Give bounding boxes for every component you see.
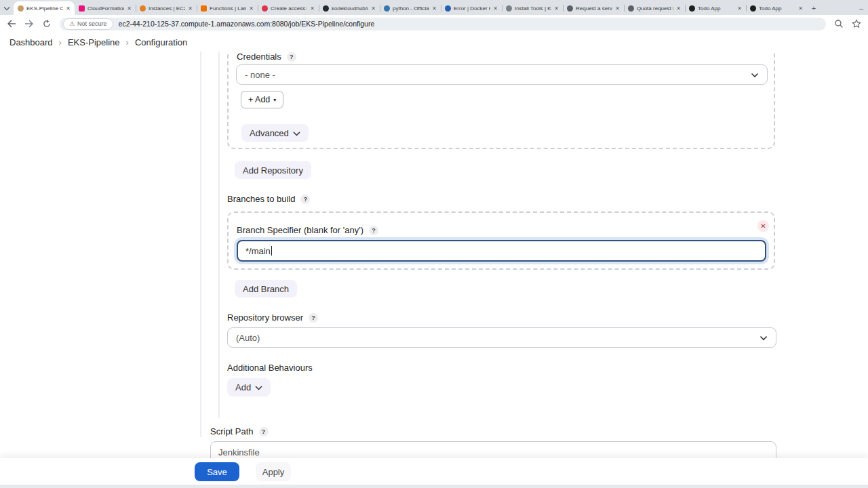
ec2-icon <box>140 5 146 12</box>
additional-behaviours-label: Additional Behaviours <box>227 363 313 373</box>
save-button[interactable]: Save <box>195 462 239 481</box>
branch-specifier-help-icon[interactable]: ? <box>369 226 378 235</box>
repository-browser-label: Repository browser <box>227 312 303 323</box>
aws-support-icon <box>567 5 573 12</box>
tab-close-icon[interactable]: ✕ <box>737 5 742 12</box>
url-bar[interactable]: ⚠ Not secure ec2-44-210-125-37.compute-1… <box>60 18 826 30</box>
tab-9[interactable]: Install Tools | Kuber ✕ <box>502 1 563 15</box>
tab-10[interactable]: Request a service q ✕ <box>563 1 624 15</box>
configuration-form: Credentials ? - none - + Add ▾ Advanced … <box>0 52 868 488</box>
reload-icon[interactable] <box>42 19 52 28</box>
tab-close-icon[interactable]: ✕ <box>493 5 498 12</box>
advanced-button[interactable]: Advanced <box>241 124 309 142</box>
script-path-label: Script Path <box>210 426 254 436</box>
tab-13[interactable]: Todo App ✕ <box>746 1 807 15</box>
credentials-label: Credentials <box>237 52 281 62</box>
zoom-icon[interactable] <box>834 19 844 28</box>
tab-3[interactable]: Instances | EC2 | us ✕ <box>136 1 197 15</box>
tab-1[interactable]: EKS-Pipeline Confi ✕ <box>14 1 75 15</box>
credentials-help-icon[interactable]: ? <box>287 52 296 62</box>
iam-icon <box>262 5 268 12</box>
tab-close-icon[interactable]: ✕ <box>615 5 620 12</box>
remove-branch-icon[interactable]: ✕ <box>757 220 769 232</box>
add-repository-button[interactable]: Add Repository <box>235 161 311 179</box>
tab-4[interactable]: Functions | Lambda ✕ <box>197 1 258 15</box>
tab-11[interactable]: Quota request hist ✕ <box>624 1 685 15</box>
tab-close-icon[interactable]: ✕ <box>310 5 315 12</box>
todo-app-icon <box>750 5 756 12</box>
breadcrumb-separator: › <box>126 37 129 47</box>
forward-icon[interactable] <box>24 19 34 28</box>
new-tab-button[interactable]: + <box>807 1 821 15</box>
browser-tab-strip: EKS-Pipeline Confi ✕ CloudFormation - S … <box>0 0 868 15</box>
todo-app-icon <box>689 5 695 12</box>
branches-help-icon[interactable]: ? <box>300 195 310 204</box>
branch-specifier-input[interactable]: */main <box>237 240 766 262</box>
credentials-select[interactable]: - none - <box>236 64 768 85</box>
tab-6[interactable]: kodekloudhub/cou ✕ <box>319 1 380 15</box>
tab-close-icon[interactable]: ✕ <box>798 5 803 12</box>
repository-browser-help-icon[interactable]: ? <box>309 313 318 323</box>
tab-close-icon[interactable]: ✕ <box>432 5 437 12</box>
docker-icon <box>445 5 451 12</box>
not-secure-chip[interactable]: ⚠ Not secure <box>63 18 113 30</box>
cloudformation-icon <box>79 5 85 12</box>
credentials-selected-value: - none - <box>245 70 275 80</box>
github-icon <box>323 5 329 12</box>
branch-specifier-label: Branch Specifier (blank for 'any') <box>237 225 363 235</box>
branches-to-build-label: Branches to build <box>227 194 295 204</box>
kubernetes-icon <box>506 5 512 12</box>
breadcrumb-configuration[interactable]: Configuration <box>135 37 187 47</box>
chevron-down-icon <box>255 382 262 392</box>
tab-7[interactable]: python - Official Im ✕ <box>380 1 441 15</box>
window-bottom-edge <box>0 485 868 488</box>
tab-search-chevron-icon[interactable] <box>0 1 14 15</box>
breadcrumb: Dashboard › EKS-Pipeline › Configuration <box>0 33 868 52</box>
breadcrumb-job[interactable]: EKS-Pipeline <box>68 37 120 47</box>
breadcrumb-separator: › <box>59 37 62 47</box>
additional-behaviours-add-button[interactable]: Add <box>227 378 271 396</box>
repository-browser-selected-value: (Auto) <box>236 333 260 343</box>
repository-browser-select[interactable]: (Auto) <box>227 327 776 348</box>
not-secure-label: Not secure <box>77 20 107 27</box>
lambda-icon <box>201 5 207 12</box>
tab-5[interactable]: Create access key ✕ <box>258 1 319 15</box>
caret-down-icon: ▾ <box>273 97 276 103</box>
back-icon[interactable] <box>7 19 16 28</box>
tab-close-icon[interactable]: ✕ <box>676 5 681 12</box>
tab-close-icon[interactable]: ✕ <box>66 5 71 12</box>
chevron-down-icon <box>751 70 759 80</box>
section-indent-outer <box>200 52 201 437</box>
bookmark-star-icon[interactable] <box>852 19 861 28</box>
chevron-down-icon <box>293 128 300 138</box>
warning-icon: ⚠ <box>69 20 75 27</box>
tab-close-icon[interactable]: ✕ <box>127 5 132 12</box>
add-credentials-button[interactable]: + Add ▾ <box>241 91 283 108</box>
text-caret <box>271 246 272 256</box>
tab-close-icon[interactable]: ✕ <box>188 5 193 12</box>
breadcrumb-dashboard[interactable]: Dashboard <box>9 37 53 47</box>
service-quotas-icon <box>628 5 634 12</box>
tab-8[interactable]: Error | Docker Hub ✕ <box>441 1 502 15</box>
apply-button[interactable]: Apply <box>256 462 291 481</box>
tab-2[interactable]: CloudFormation - S ✕ <box>75 1 136 15</box>
section-indent-inner <box>218 52 220 418</box>
url-text: ec2-44-210-125-37.compute-1.amazonaws.co… <box>119 20 375 28</box>
script-path-help-icon[interactable]: ? <box>259 427 269 436</box>
tab-close-icon[interactable]: ✕ <box>249 5 254 12</box>
bottom-app-bar <box>0 458 868 485</box>
jenkins-icon <box>18 5 24 12</box>
python-icon <box>384 5 390 12</box>
tab-list: EKS-Pipeline Confi ✕ CloudFormation - S … <box>14 0 807 15</box>
add-branch-button[interactable]: Add Branch <box>235 280 297 298</box>
tab-close-icon[interactable]: ✕ <box>371 5 376 12</box>
tab-12[interactable]: Todo App ✕ <box>685 1 746 15</box>
tab-close-icon[interactable]: ✕ <box>554 5 559 12</box>
minimize-icon[interactable]: – <box>854 1 868 15</box>
chevron-down-icon <box>760 333 768 343</box>
browser-toolbar: ⚠ Not secure ec2-44-210-125-37.compute-1… <box>0 15 868 33</box>
